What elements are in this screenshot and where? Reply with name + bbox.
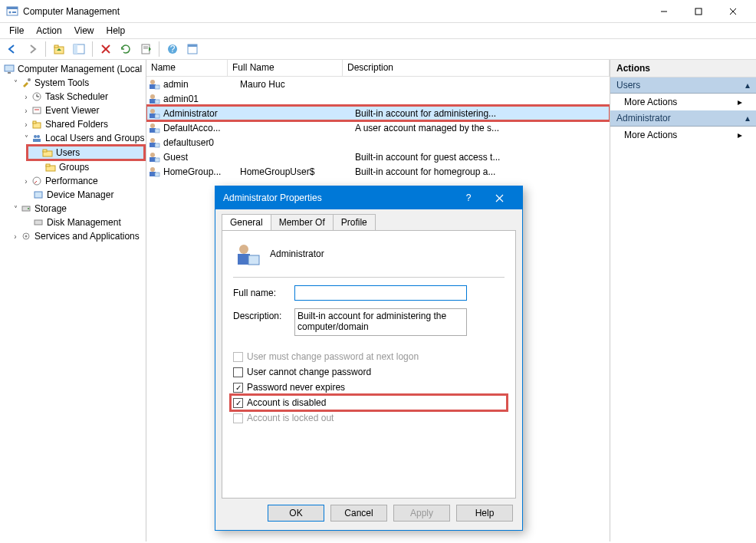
menubar: File Action View Help — [0, 23, 756, 38]
user-icon — [148, 107, 160, 120]
maximize-button[interactable] — [681, 0, 715, 22]
tree-event-viewer[interactable]: › Event Viewer — [0, 104, 146, 117]
svg-rect-33 — [33, 139, 41, 142]
list-row[interactable]: AdministratorBuilt-in account for admini… — [146, 106, 610, 120]
svg-rect-30 — [33, 121, 36, 123]
user-icon — [148, 151, 160, 163]
tree-services-apps[interactable]: › Services and Applications — [0, 229, 146, 243]
tree-task-scheduler[interactable]: › Task Scheduler — [0, 90, 146, 104]
full-name-input[interactable] — [294, 285, 467, 301]
refresh-button[interactable] — [117, 41, 135, 58]
chevron-right-icon: ▸ — [738, 97, 742, 107]
tab-general[interactable]: General — [222, 214, 271, 230]
tab-member-of[interactable]: Member Of — [271, 214, 334, 230]
export-button[interactable] — [136, 41, 155, 58]
chk-account-disabled[interactable]: ✓ Account is disabled — [233, 397, 505, 408]
list-row[interactable]: HomeGroup...HomeGroupUser$Built-in accou… — [146, 164, 610, 179]
chk-cannot-change[interactable]: User cannot change password — [233, 367, 505, 377]
up-button[interactable] — [50, 41, 68, 58]
tree-shared-folders[interactable]: › Shared Folders — [0, 117, 146, 131]
chevron-up-icon: ▴ — [745, 113, 750, 123]
actions-section-users[interactable]: Users ▴ — [610, 77, 756, 94]
chevron-right-icon: ▸ — [738, 130, 742, 140]
help-button[interactable]: ? — [163, 41, 182, 58]
dialog-titlebar[interactable]: Administrator Properties ? — [215, 186, 522, 209]
folder-icon — [41, 146, 54, 159]
ok-button[interactable]: OK — [268, 505, 324, 522]
properties-button[interactable] — [183, 41, 202, 58]
tree-local-users-groups[interactable]: ˅ Local Users and Groups — [0, 131, 146, 145]
tree-disk-management[interactable]: Disk Management — [0, 216, 146, 229]
toolbar-separator — [92, 41, 93, 57]
expand-icon[interactable]: › — [11, 232, 20, 241]
cell-name: Administrator — [163, 108, 240, 119]
menu-view[interactable]: View — [68, 24, 100, 38]
storage-icon — [20, 202, 32, 215]
services-icon — [20, 230, 32, 242]
tree-root[interactable]: Computer Management (Local — [0, 62, 146, 76]
list-row[interactable]: defaultuser0 — [146, 135, 610, 150]
list-row[interactable]: adminMauro Huc — [146, 77, 610, 91]
tree-users[interactable]: Users — [28, 146, 144, 160]
user-icon — [148, 122, 160, 134]
description-input[interactable] — [294, 308, 467, 336]
cell-name: HomeGroup... — [163, 166, 240, 177]
expand-icon[interactable]: › — [21, 177, 31, 186]
show-hide-tree-button[interactable] — [70, 41, 88, 58]
cell-name: Guest — [163, 152, 240, 163]
list-row[interactable]: DefaultAcco...A user account managed by … — [146, 120, 610, 135]
menu-file[interactable]: File — [3, 24, 30, 38]
chk-never-expires[interactable]: ✓ Password never expires — [233, 382, 505, 393]
close-button[interactable] — [715, 0, 750, 22]
delete-button[interactable] — [97, 41, 115, 58]
apply-button[interactable]: Apply — [393, 505, 450, 522]
tree-system-tools[interactable]: ˅ System Tools — [0, 76, 146, 90]
svg-rect-37 — [46, 164, 50, 166]
collapse-icon[interactable]: ˅ — [11, 205, 20, 213]
svg-rect-1 — [7, 7, 18, 9]
actions-more-admin[interactable]: More Actions ▸ — [610, 127, 756, 143]
menu-help[interactable]: Help — [100, 24, 132, 38]
toolbar-separator — [159, 41, 159, 57]
expand-icon[interactable]: › — [21, 107, 31, 115]
checkbox-checked-icon: ✓ — [233, 398, 243, 408]
menu-action[interactable]: Action — [30, 24, 67, 38]
tree-storage[interactable]: ˅ Storage — [0, 202, 146, 216]
actions-section-admin[interactable]: Administrator ▴ — [610, 110, 756, 127]
minimize-button[interactable] — [646, 0, 681, 22]
list-row[interactable]: admin01 — [146, 91, 610, 106]
chk-must-change: User must change password at next logon — [233, 351, 505, 362]
full-name-label: Full name: — [233, 285, 287, 298]
svg-point-52 — [150, 109, 155, 114]
cell-name: admin — [163, 79, 240, 90]
svg-rect-66 — [155, 173, 159, 176]
chevron-up-icon: ▴ — [745, 80, 750, 90]
user-icon — [148, 78, 160, 90]
tree-device-manager[interactable]: Device Manager — [0, 188, 146, 202]
back-button[interactable] — [3, 41, 21, 58]
svg-rect-11 — [74, 44, 77, 54]
svg-point-31 — [34, 135, 37, 138]
cancel-button[interactable]: Cancel — [330, 505, 387, 522]
forward-button[interactable] — [23, 41, 41, 58]
tree-groups[interactable]: Groups — [0, 160, 146, 174]
collapse-icon[interactable]: ˅ — [21, 134, 31, 143]
actions-more-users[interactable]: More Actions ▸ — [610, 94, 756, 110]
event-icon — [31, 104, 43, 117]
column-full-name[interactable]: Full Name — [228, 60, 343, 76]
expand-icon[interactable]: › — [21, 120, 31, 129]
expand-icon[interactable]: › — [21, 93, 31, 101]
column-description[interactable]: Description — [343, 60, 610, 76]
checkbox-icon — [233, 352, 243, 362]
help-button[interactable]: Help — [456, 505, 513, 522]
svg-rect-3 — [12, 12, 16, 13]
dialog-help-button[interactable]: ? — [453, 186, 484, 209]
tree-performance[interactable]: › Performance — [0, 174, 146, 188]
list-row[interactable]: GuestBuilt-in account for guest access t… — [146, 150, 610, 164]
dialog-close-button[interactable] — [484, 186, 514, 209]
column-name[interactable]: Name — [146, 60, 228, 76]
svg-point-49 — [150, 94, 155, 99]
tab-profile[interactable]: Profile — [333, 214, 376, 230]
svg-rect-20 — [188, 44, 197, 47]
collapse-icon[interactable]: ˅ — [11, 79, 20, 87]
